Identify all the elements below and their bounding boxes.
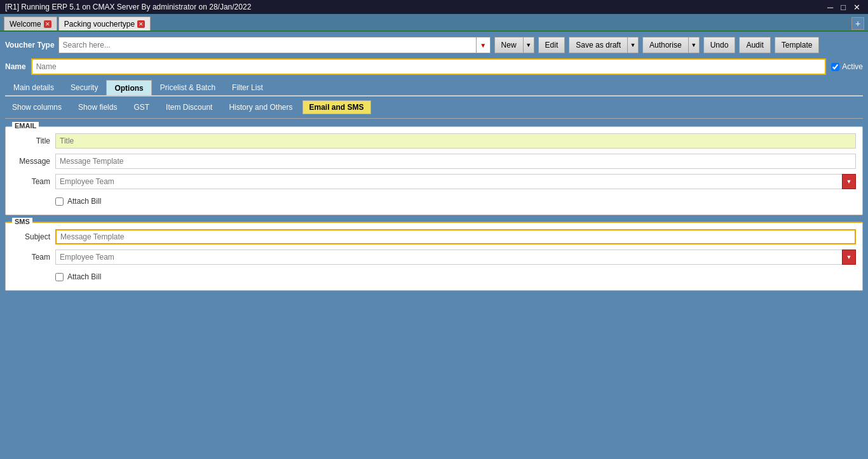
sms-team-dropdown-wrapper: ▼ bbox=[55, 249, 856, 265]
email-attach-row: Attach Bill bbox=[55, 194, 856, 208]
edit-button[interactable]: Edit bbox=[538, 37, 566, 53]
sms-team-label: Team bbox=[12, 253, 50, 262]
email-attach-bill-label: Attach Bill bbox=[67, 197, 101, 206]
tab-packing-label: Packing vouchertype bbox=[64, 20, 135, 29]
title-bar: [R1] Running ERP 5.1 on CMAX Server By a… bbox=[0, 0, 868, 14]
voucher-type-label: Voucher Type bbox=[5, 41, 55, 50]
save-draft-dropdown-arrow[interactable]: ▼ bbox=[627, 37, 639, 53]
voucher-type-dropdown-arrow[interactable]: ▼ bbox=[477, 37, 491, 53]
email-section-label: EMAIL bbox=[12, 122, 39, 130]
minimize-button[interactable]: ─ bbox=[825, 3, 836, 11]
new-button[interactable]: New bbox=[494, 37, 523, 53]
authorise-button[interactable]: Authorise bbox=[642, 37, 688, 53]
email-team-label: Team bbox=[12, 177, 50, 186]
tab-packing-close[interactable]: ✕ bbox=[137, 20, 145, 28]
name-input[interactable] bbox=[31, 58, 827, 75]
email-team-arrow-icon: ▼ bbox=[846, 178, 852, 185]
email-title-row: Title bbox=[12, 133, 856, 149]
sms-subject-label: Subject bbox=[12, 232, 50, 241]
window-controls: ─ □ ✕ bbox=[825, 3, 863, 11]
sms-attach-bill-label: Attach Bill bbox=[67, 272, 101, 281]
email-team-dropdown-wrapper: ▼ bbox=[55, 174, 856, 189]
email-attach-bill-checkbox[interactable] bbox=[55, 197, 64, 206]
name-label: Name bbox=[5, 62, 26, 71]
tab-pricelist-batch[interactable]: Pricelist & Batch bbox=[152, 80, 224, 95]
dropdown-red-arrow-icon: ▼ bbox=[480, 42, 486, 49]
sms-team-row: Team ▼ bbox=[12, 249, 856, 265]
tab-add-button[interactable]: + bbox=[851, 17, 864, 30]
sub-tab-show-columns[interactable]: Show columns bbox=[5, 100, 69, 114]
toolbar-row: Voucher Type ▼ New ▼ Edit Save as draft … bbox=[5, 37, 863, 53]
undo-button[interactable]: Undo bbox=[703, 37, 736, 53]
active-checkbox[interactable] bbox=[831, 63, 839, 71]
active-label: Active bbox=[842, 62, 863, 71]
maximize-button[interactable]: □ bbox=[838, 3, 848, 11]
tab-bar: Welcome ✕ Packing vouchertype ✕ + bbox=[0, 14, 868, 32]
new-dropdown-arrow[interactable]: ▼ bbox=[523, 37, 534, 53]
voucher-type-search-wrapper: ▼ bbox=[58, 37, 491, 53]
save-as-draft-button[interactable]: Save as draft bbox=[569, 37, 627, 53]
sub-tab-history-others[interactable]: History and Others bbox=[222, 100, 299, 114]
tab-welcome[interactable]: Welcome ✕ bbox=[4, 17, 57, 30]
sms-section: SMS Subject Team ▼ Attach Bill bbox=[5, 222, 863, 291]
email-team-input[interactable] bbox=[55, 174, 856, 189]
main-tabs: Main details Security Options Pricelist … bbox=[5, 80, 863, 96]
email-message-label: Message bbox=[12, 157, 50, 166]
sms-team-input[interactable] bbox=[55, 249, 856, 265]
content-area: Voucher Type ▼ New ▼ Edit Save as draft … bbox=[0, 32, 868, 459]
email-message-row: Message bbox=[12, 154, 856, 169]
sms-section-label: SMS bbox=[12, 218, 32, 225]
email-section: EMAIL Title Message Team ▼ bbox=[5, 126, 863, 215]
sms-team-dropdown-btn[interactable]: ▼ bbox=[842, 249, 856, 265]
tab-welcome-close[interactable]: ✕ bbox=[44, 20, 51, 28]
sub-tab-item-discount[interactable]: Item Discount bbox=[159, 100, 219, 114]
sub-tab-show-fields[interactable]: Show fields bbox=[71, 100, 124, 114]
name-row: Name Active bbox=[5, 58, 863, 75]
tab-filter-list[interactable]: Filter List bbox=[224, 80, 271, 95]
close-button[interactable]: ✕ bbox=[851, 3, 863, 11]
authorise-button-group: Authorise ▼ bbox=[642, 37, 700, 53]
email-team-dropdown-btn[interactable]: ▼ bbox=[842, 174, 856, 189]
sms-subject-input[interactable] bbox=[55, 229, 856, 244]
app-title: [R1] Running ERP 5.1 on CMAX Server By a… bbox=[5, 3, 251, 11]
voucher-type-search-input[interactable] bbox=[58, 37, 477, 53]
email-title-input[interactable] bbox=[55, 133, 856, 149]
main-window: Welcome ✕ Packing vouchertype ✕ + Vouche… bbox=[0, 14, 868, 459]
tab-options[interactable]: Options bbox=[106, 80, 151, 95]
sms-subject-row: Subject bbox=[12, 229, 856, 244]
sms-attach-row: Attach Bill bbox=[55, 270, 856, 284]
tab-packing-vouchertype[interactable]: Packing vouchertype ✕ bbox=[58, 17, 151, 30]
email-message-input[interactable] bbox=[55, 154, 856, 169]
sms-attach-bill-checkbox[interactable] bbox=[55, 273, 64, 281]
email-team-row: Team ▼ bbox=[12, 174, 856, 189]
tab-welcome-label: Welcome bbox=[10, 20, 41, 29]
new-button-group: New ▼ bbox=[494, 37, 534, 53]
sms-team-arrow-icon: ▼ bbox=[846, 254, 852, 260]
authorise-dropdown-arrow[interactable]: ▼ bbox=[688, 37, 700, 53]
template-button[interactable]: Template bbox=[775, 37, 820, 53]
tab-main-details[interactable]: Main details bbox=[5, 80, 62, 95]
active-wrapper: Active bbox=[831, 62, 863, 71]
sub-tab-email-sms[interactable]: Email and SMS bbox=[302, 100, 371, 114]
sub-tabs-row: Show columns Show fields GST Item Discou… bbox=[5, 96, 863, 119]
sub-tab-gst[interactable]: GST bbox=[126, 100, 156, 114]
tab-security[interactable]: Security bbox=[62, 80, 106, 95]
audit-button[interactable]: Audit bbox=[739, 37, 770, 53]
email-title-label: Title bbox=[12, 136, 50, 145]
save-as-draft-group: Save as draft ▼ bbox=[569, 37, 639, 53]
